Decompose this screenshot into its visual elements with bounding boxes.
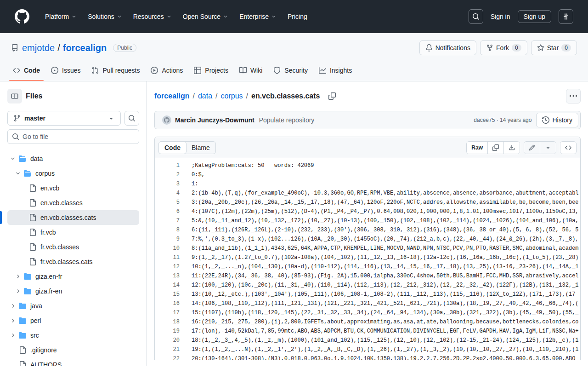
tree-item-src[interactable]: src [7,328,139,343]
line-number[interactable]: 12 [155,262,180,271]
tab-insights[interactable]: Insights [315,60,356,81]
folder-open-icon [24,170,31,177]
tab-pull-requests[interactable]: Pull requests [88,60,143,81]
copy-icon [328,92,336,100]
tree-item-gitignore[interactable]: .gitignore [7,343,139,357]
commit-author[interactable]: Marcin Junczys-Dowmunt [175,116,254,124]
star-button[interactable]: Star 0 [531,40,577,55]
notifications-button[interactable]: Notifications [419,40,476,55]
line-number[interactable]: 3 [155,179,180,189]
raw-button[interactable]: Raw [467,142,487,154]
copy-raw-button[interactable] [487,142,503,154]
line-number[interactable]: 20 [155,336,180,345]
tab-actions[interactable]: Actions [147,60,187,81]
nav-item-pricing[interactable]: Pricing [283,9,312,24]
line-number[interactable]: 18 [155,317,180,327]
header-search-button[interactable] [469,9,483,24]
tree-item-en-vcb-classes[interactable]: en.vcb.classes [7,196,139,210]
sign-in-link[interactable]: Sign in [491,13,510,20]
breadcrumb-segment-corpus[interactable]: corpus [221,92,243,100]
nav-item-open-source[interactable]: Open Source [178,9,233,24]
tab-wiki[interactable]: Wiki [236,60,266,81]
search-icon [472,13,480,20]
tab-issues[interactable]: Issues [47,60,84,81]
line-number[interactable]: 17 [155,308,180,317]
line-number[interactable]: 10 [155,244,180,253]
line-number[interactable]: 15 [155,290,180,299]
nav-item-enterprise[interactable]: Enterprise [235,9,281,24]
edit-dropdown-button[interactable] [540,142,556,154]
tree-search-button[interactable] [124,111,139,126]
tree-item-fr-vcb[interactable]: fr.vcb [7,225,139,240]
fork-button[interactable]: Fork 0 [480,40,527,55]
tree-item-java[interactable]: java [7,299,139,313]
chevron-down-icon [166,14,172,19]
tree-item-fr-vcb-classes-cats[interactable]: fr.vcb.classes.cats [7,254,139,269]
nav-item-solutions[interactable]: Solutions [83,9,127,24]
tree-item-giza-en-fr[interactable]: giza.en-fr [7,269,139,284]
avatar[interactable] [162,115,171,125]
repo-name-link[interactable]: forcealign [63,43,107,53]
command-palette-button[interactable] [559,9,573,24]
code-icon [13,67,20,74]
line-number[interactable]: 7 [155,216,180,225]
line-number[interactable]: 1 [155,161,180,170]
code-line: 97:%,',(0.3_to_3),(1-x),(102...126),(10A… [155,235,580,244]
commit-sha-age[interactable]: dacee75 · 14 years ago [474,117,531,123]
go-to-file-input[interactable] [7,129,139,144]
nav-item-resources[interactable]: Resources [129,9,176,24]
tree-item-perl[interactable]: perl [7,313,139,328]
line-number[interactable]: 11 [155,253,180,262]
tree-item-data[interactable]: data [7,151,139,166]
folder-icon [19,302,26,310]
table-icon [194,67,201,74]
line-content: 4:(107C),(12m),(22m),(25m),(512),(D-4),(… [192,207,580,216]
tree-item-authors[interactable]: AUTHORS [7,357,139,366]
line-content: 9:(1,_2,_17),(1.27_to_0.7),(102a-108a),(… [192,253,580,262]
tree-item-corpus[interactable]: corpus [7,166,139,181]
tree-item-en-vcb-classes-cats[interactable]: en.vcb.classes.cats [7,210,139,225]
tree-item-en-vcb[interactable]: en.vcb [7,181,139,196]
code-view: 1;KategProblem:cats: 50 words: 4206920:$… [155,158,580,360]
line-number[interactable]: 9 [155,235,180,244]
nav-item-platform[interactable]: Platform [40,9,81,24]
file-icon [29,214,36,221]
blame-view-tab[interactable]: Blame [186,141,215,154]
file-icon [29,229,36,236]
code-line: 1412:(100,_120),(10c,_20c),(11,_31,_40),… [155,281,580,290]
code-view-tab[interactable]: Code [158,141,187,154]
line-number[interactable]: 13 [155,271,180,281]
pencil-icon [529,144,535,151]
collapse-sidebar-button[interactable] [7,89,22,104]
repo-owner-link[interactable]: emjotde [22,43,55,53]
edit-file-button[interactable] [524,142,540,154]
history-button[interactable]: History [536,113,578,127]
line-number[interactable]: 6 [155,207,180,216]
shield-icon [273,67,281,74]
tree-item-fr-vcb-classes[interactable]: fr.vcb.classes [7,240,139,254]
sign-up-button[interactable]: Sign up [518,10,551,23]
breadcrumb-segment-data[interactable]: data [198,92,212,100]
code-line: 1715:(1107),(110b),(118,_120,_145),(22,_… [155,308,580,317]
branch-selector[interactable]: master [7,111,121,126]
line-number[interactable]: 16 [155,299,180,308]
github-logo-icon[interactable] [15,9,29,24]
copy-path-button[interactable] [328,92,337,101]
line-number[interactable]: 21 [155,345,180,354]
tab-code[interactable]: Code [9,60,44,81]
line-number[interactable]: 2 [155,170,180,179]
download-raw-button[interactable] [503,142,520,154]
tab-projects[interactable]: Projects [190,60,232,81]
symbols-button[interactable] [560,142,576,154]
breadcrumb-repo-link[interactable]: forcealign [154,92,189,100]
line-number[interactable]: 22 [155,354,180,360]
commit-message[interactable]: Populate repository [259,116,315,124]
tree-item-giza-fr-en[interactable]: giza.fr-en [7,284,139,299]
line-number[interactable]: 8 [155,225,180,235]
line-number[interactable]: 14 [155,281,180,290]
tab-security[interactable]: Security [270,60,311,81]
more-options-button[interactable] [566,89,581,104]
line-number[interactable]: 4 [155,189,180,198]
line-number[interactable]: 5 [155,198,180,207]
line-number[interactable]: 19 [155,327,180,336]
